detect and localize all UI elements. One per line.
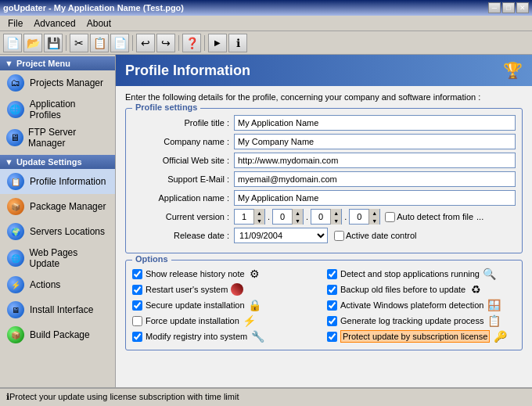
sidebar-item-label: FTP Server Manager <box>28 127 109 149</box>
toolbar-sep2 <box>132 35 133 51</box>
option-secure-checkbox[interactable] <box>132 300 142 311</box>
option-show-history-icon: ⚙ <box>248 267 262 281</box>
sidebar-item-app-profiles[interactable]: 🌐 Application Profiles <box>0 95 115 124</box>
toolbar-cut[interactable]: ✂ <box>70 34 88 52</box>
option-secure-label: Secure update installation <box>146 300 245 310</box>
option-secure-icon: 🔒 <box>248 298 262 312</box>
option-generate-log: Generate log tracking update process 📋 <box>327 314 516 328</box>
option-force-label: Force update installation <box>146 316 239 325</box>
option-backup-label: Backup old files before to update <box>340 285 466 294</box>
release-date-select[interactable]: 11/09/2004 <box>234 228 328 243</box>
auto-detect-checkbox[interactable] <box>385 212 395 222</box>
toolbar-new[interactable]: 📄 <box>3 34 22 52</box>
toolbar-save[interactable]: 💾 <box>44 34 63 52</box>
website-input[interactable] <box>234 153 516 168</box>
version-3-up[interactable]: ▲ <box>330 209 341 217</box>
version-3-down[interactable]: ▼ <box>330 217 341 225</box>
sidebar-item-package-manager[interactable]: 📦 Package Manager <box>0 194 115 219</box>
app-profiles-icon: 🌐 <box>6 100 25 119</box>
sidebar-item-label: Package Manager <box>30 201 106 212</box>
option-force-icon: ⚡ <box>243 314 257 328</box>
option-detect-stop-label: Detect and stop applications running <box>340 269 480 278</box>
menu-file[interactable]: File <box>3 17 27 30</box>
version-spin-2: ▲ ▼ <box>272 209 304 225</box>
main-layout: ▼ Project Menu 🗂 Projects Manager 🌐 Appl… <box>0 55 532 387</box>
option-subscription-checkbox[interactable] <box>327 332 337 342</box>
content-area: Profile Information 🏆 Enter the followin… <box>116 55 532 387</box>
sidebar-item-actions[interactable]: ⚡ Actions <box>0 272 115 297</box>
option-detect-stop-checkbox[interactable] <box>327 269 337 279</box>
ftp-manager-icon: 🖥 <box>6 128 23 147</box>
option-registry-checkbox[interactable] <box>132 332 142 342</box>
minimize-button[interactable]: ─ <box>488 2 501 13</box>
menu-advanced[interactable]: Advanced <box>29 17 80 30</box>
toolbar-paste[interactable]: 📄 <box>110 34 129 52</box>
actions-icon: ⚡ <box>6 275 25 294</box>
sidebar-item-label: Install Interface <box>30 304 93 315</box>
option-restart: Restart user's system <box>132 282 321 296</box>
company-name-input[interactable] <box>234 134 516 149</box>
toolbar-undo[interactable]: ↩ <box>136 34 155 52</box>
toolbar-copy[interactable]: 📋 <box>90 34 109 52</box>
options-grid: Show release history note ⚙ Detect and s… <box>132 267 516 343</box>
version-4-up[interactable]: ▲ <box>368 209 379 217</box>
option-windows-platform-checkbox[interactable] <box>327 300 337 311</box>
company-name-row: Company name : <box>132 134 516 149</box>
version-part-4[interactable] <box>350 212 368 221</box>
option-windows-platform-icon: 🪟 <box>487 298 501 312</box>
toolbar-redo[interactable]: ↪ <box>156 34 175 52</box>
app-name-input[interactable] <box>234 190 516 206</box>
version-part-2[interactable] <box>273 212 292 221</box>
version-1-down[interactable]: ▼ <box>253 217 264 225</box>
content-header: Profile Information 🏆 <box>116 55 532 86</box>
option-detect-stop-icon: 🔍 <box>483 267 497 281</box>
option-registry: Modify registry into system 🔧 <box>132 329 321 343</box>
toolbar-open[interactable]: 📂 <box>23 34 42 52</box>
sidebar-item-profile-info[interactable]: 📋 Profile Information <box>0 169 115 194</box>
option-restart-checkbox[interactable] <box>132 285 142 295</box>
option-generate-log-label: Generate log tracking update process <box>340 316 483 325</box>
option-generate-log-checkbox[interactable] <box>327 316 337 326</box>
profile-title-input[interactable] <box>234 115 516 131</box>
option-backup: Backup old files before to update ♻ <box>327 282 516 296</box>
option-generate-log-icon: 📋 <box>487 314 501 328</box>
active-date-control: Active date control <box>334 231 417 241</box>
package-manager-icon: 📦 <box>6 197 25 216</box>
menu-about[interactable]: About <box>82 17 116 30</box>
version-part-1[interactable] <box>235 212 253 221</box>
option-restart-label: Restart user's system <box>146 285 228 294</box>
active-date-checkbox[interactable] <box>334 231 344 241</box>
sidebar-project-header: ▼ Project Menu <box>0 56 115 70</box>
option-show-history-checkbox[interactable] <box>132 269 142 279</box>
sidebar-item-projects-manager[interactable]: 🗂 Projects Manager <box>0 70 115 95</box>
version-2-down[interactable]: ▼ <box>292 217 303 225</box>
sidebar-item-build-package[interactable]: 📦 Build Package <box>0 322 115 347</box>
toolbar-sep1 <box>66 35 66 51</box>
toolbar-build[interactable]: ▶ <box>208 34 227 52</box>
profile-info-icon: 📋 <box>6 172 25 191</box>
option-windows-platform: Activate Windows plateform detection 🪟 <box>327 298 516 312</box>
option-registry-label: Modify registry into system <box>146 332 247 341</box>
maximize-button[interactable]: □ <box>502 2 515 13</box>
sidebar-item-label: Build Package <box>30 329 90 340</box>
browse-icon[interactable]: ... <box>476 212 483 221</box>
sidebar-item-install-interface[interactable]: 🖥 Install Interface <box>0 297 115 322</box>
email-input[interactable] <box>234 171 516 187</box>
release-date-label: Release date : <box>132 231 234 240</box>
option-backup-checkbox[interactable] <box>327 285 337 295</box>
version-part-3[interactable] <box>311 212 330 221</box>
auto-detect-label: Auto detect from file <box>397 212 473 221</box>
content-description: Enter the following details for the prof… <box>125 92 523 102</box>
version-4-down[interactable]: ▼ <box>368 217 379 225</box>
close-button[interactable]: ✕ <box>516 2 529 13</box>
sidebar-item-web-pages[interactable]: 🌐 Web Pages Update <box>0 244 115 272</box>
sidebar-item-ftp-manager[interactable]: 🖥 FTP Server Manager <box>0 124 115 152</box>
version-1-up[interactable]: ▲ <box>253 209 264 217</box>
toolbar-help[interactable]: ❓ <box>182 34 201 52</box>
option-force-checkbox[interactable] <box>132 316 142 326</box>
toolbar-info[interactable]: ℹ <box>228 34 247 52</box>
sidebar-item-servers-locations[interactable]: 🌍 Servers Locations <box>0 219 115 244</box>
option-restart-icon <box>231 283 243 296</box>
version-2-up[interactable]: ▲ <box>292 209 303 217</box>
options-group: Options Show release history note ⚙ Dete… <box>125 260 523 350</box>
